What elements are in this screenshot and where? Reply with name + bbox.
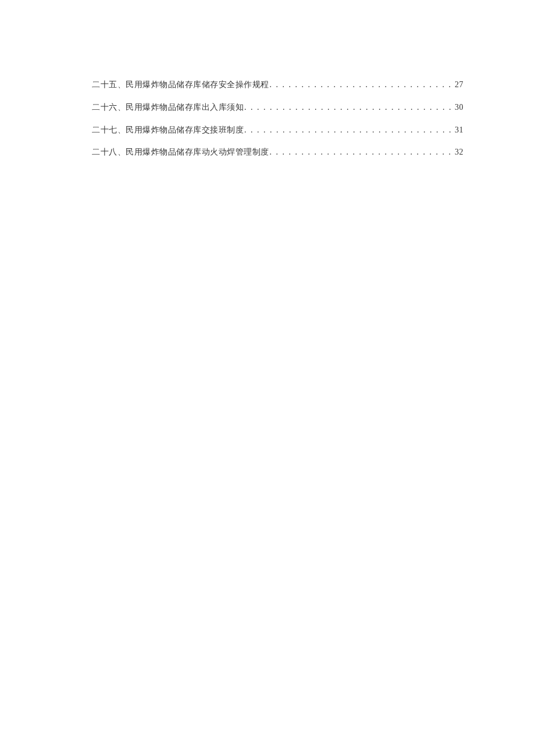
- toc-entry-title: 二十六、民用爆炸物品储存库出入库须知: [92, 103, 244, 113]
- toc-leader-dots: [244, 103, 455, 113]
- toc-entry: 二十六、民用爆炸物品储存库出入库须知 30: [92, 103, 463, 113]
- toc-leader-dots: [244, 126, 455, 135]
- toc-entry-page: 30: [455, 103, 463, 113]
- toc-entry: 二十八、民用爆炸物品储存库动火动焊管理制度 32: [92, 148, 463, 157]
- toc-entry-title: 二十八、民用爆炸物品储存库动火动焊管理制度: [92, 148, 269, 157]
- toc-entry-page: 32: [455, 148, 463, 157]
- toc-entry: 二十七、民用爆炸物品储存库交接班制度 31: [92, 126, 463, 135]
- toc-entry-page: 27: [455, 80, 463, 90]
- toc-leader-dots: [269, 148, 455, 157]
- toc-entry-page: 31: [455, 126, 463, 135]
- toc-entry: 二十五、民用爆炸物品储存库储存安全操作规程 27: [92, 80, 463, 90]
- toc-entry-title: 二十五、民用爆炸物品储存库储存安全操作规程: [92, 80, 269, 90]
- toc-leader-dots: [269, 80, 455, 90]
- toc-entry-title: 二十七、民用爆炸物品储存库交接班制度: [92, 126, 244, 135]
